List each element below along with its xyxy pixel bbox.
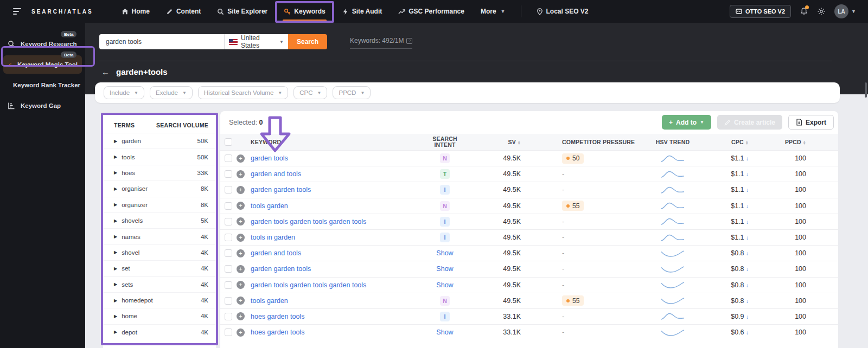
otto-seo-button[interactable]: OTTO SEO V2	[730, 5, 791, 18]
col-sv[interactable]: SV▲▼	[475, 139, 521, 145]
keyword-link[interactable]: garden tools	[251, 154, 288, 162]
add-keyword-icon[interactable]: +	[237, 234, 245, 242]
term-row[interactable]: ▶organizer8K	[103, 197, 216, 212]
expand-caret-icon[interactable]: ▶	[114, 170, 117, 175]
term-row[interactable]: ▶depot4K	[103, 324, 216, 340]
expand-caret-icon[interactable]: ▶	[114, 139, 117, 144]
export-button[interactable]: Export	[788, 115, 834, 130]
add-keyword-icon[interactable]: +	[237, 154, 245, 163]
expand-caret-icon[interactable]: ▶	[114, 314, 117, 319]
term-row[interactable]: ▶set4K	[103, 260, 216, 276]
nav-item-site-audit[interactable]: Site Audit	[335, 0, 389, 23]
expand-caret-icon[interactable]: ▶	[114, 218, 117, 223]
term-row[interactable]: ▶sets4K	[103, 276, 216, 292]
term-row[interactable]: ▶tools50K	[103, 149, 216, 164]
col-keyword[interactable]: KEYWORD	[251, 139, 415, 145]
notifications-button[interactable]	[800, 7, 808, 16]
add-keyword-icon[interactable]: +	[237, 249, 245, 257]
filter-historical-search-volume[interactable]: Historical Search Volume▼	[198, 86, 288, 99]
term-row[interactable]: ▶home4K	[103, 308, 216, 324]
row-checkbox[interactable]	[225, 170, 232, 178]
row-checkbox[interactable]	[225, 281, 232, 289]
nav-item-home[interactable]: Home	[115, 0, 156, 23]
expand-caret-icon[interactable]: ▶	[114, 330, 117, 334]
add-keyword-icon[interactable]: +	[237, 312, 245, 320]
keyword-link[interactable]: garden tools garden tools garden tools	[251, 218, 366, 225]
menu-icon[interactable]	[13, 8, 23, 15]
back-button[interactable]: ←	[101, 67, 110, 76]
search-button[interactable]: Search	[288, 34, 327, 49]
keyword-link[interactable]: garden tools garden tools garden tools	[251, 281, 366, 289]
term-row[interactable]: ▶homedepot4K	[103, 292, 216, 308]
add-keyword-icon[interactable]: +	[237, 297, 245, 305]
add-keyword-icon[interactable]: +	[237, 281, 245, 289]
show-intent-link[interactable]: Show	[436, 328, 453, 336]
col-ppcd[interactable]: PPCD▲▼	[749, 139, 808, 145]
scrollbar-thumb[interactable]	[865, 82, 867, 98]
add-keyword-icon[interactable]: +	[237, 202, 245, 210]
keyword-link[interactable]: garden garden tools	[251, 186, 311, 194]
add-keyword-icon[interactable]: +	[237, 265, 245, 273]
keyword-link[interactable]: tools garden	[251, 202, 288, 210]
row-checkbox[interactable]	[225, 234, 232, 241]
row-checkbox[interactable]	[225, 249, 232, 257]
create-article-button[interactable]: Create article	[717, 115, 782, 130]
filter-include[interactable]: Include▼	[104, 86, 144, 99]
col-search-intent[interactable]: SEARCHINTENT	[415, 136, 475, 148]
nav-item-gsc-performance[interactable]: GSC Performance	[392, 0, 471, 23]
filter-exclude[interactable]: Exclude▼	[150, 86, 193, 99]
add-keyword-icon[interactable]: +	[237, 186, 245, 194]
expand-caret-icon[interactable]: ▶	[114, 154, 117, 159]
col-competitor-pressure[interactable]: COMPETITOR PRESSURE	[521, 139, 646, 145]
expand-caret-icon[interactable]: ▶	[114, 282, 117, 287]
row-checkbox[interactable]	[225, 265, 232, 273]
sidebar-item-keyword-gap[interactable]: Keyword Gap	[3, 96, 82, 115]
expand-caret-icon[interactable]: ▶	[114, 266, 117, 271]
filter-cpc[interactable]: CPC▼	[293, 86, 327, 99]
row-checkbox[interactable]	[225, 313, 232, 320]
keyword-link[interactable]: tools in garden	[251, 234, 295, 241]
row-checkbox[interactable]	[225, 154, 232, 162]
row-checkbox[interactable]	[225, 202, 232, 210]
expand-caret-icon[interactable]: ▶	[114, 234, 117, 239]
keyword-link[interactable]: hoes garden tools	[251, 313, 304, 320]
expand-caret-icon[interactable]: ▶	[114, 250, 117, 255]
term-row[interactable]: ▶shovels5K	[103, 212, 216, 228]
nav-item-more[interactable]: More ▼	[474, 0, 512, 23]
show-intent-link[interactable]: Show	[436, 265, 453, 273]
sort-icon[interactable]: ▲▼	[803, 140, 806, 145]
col-hsv-trend[interactable]: HSV TREND	[646, 139, 700, 145]
keyword-link[interactable]: garden and tools	[251, 249, 301, 257]
add-keyword-icon[interactable]: +	[237, 217, 245, 225]
keyword-link[interactable]: tools garden	[251, 297, 288, 305]
expand-caret-icon[interactable]: ▶	[114, 186, 117, 191]
keyword-search-input[interactable]	[99, 34, 224, 49]
nav-item-keywords[interactable]: Keywords	[277, 0, 331, 23]
term-row[interactable]: ▶hoes33K	[103, 165, 216, 181]
sidebar-item-keyword-rank-tracker[interactable]: Keyword Rank Tracker	[3, 76, 82, 94]
expand-caret-icon[interactable]: ▶	[114, 298, 117, 303]
row-checkbox[interactable]	[225, 218, 232, 225]
filter-ppcd[interactable]: PPCD▼	[333, 86, 371, 99]
expand-caret-icon[interactable]: ▶	[114, 202, 117, 207]
row-checkbox[interactable]	[225, 328, 232, 336]
select-all-checkbox[interactable]	[225, 138, 232, 146]
country-select[interactable]: United States ▼	[224, 34, 288, 49]
row-checkbox[interactable]	[225, 186, 232, 194]
show-intent-link[interactable]: Show	[436, 249, 453, 257]
nav-item-local-seo[interactable]: Local SEO V2	[530, 0, 595, 23]
sidebar-item-keyword-magic-tool[interactable]: Keyword Magic Tool Beta	[3, 55, 82, 74]
add-to-button[interactable]: + Add to ▼	[662, 115, 711, 130]
term-row[interactable]: ▶garden50K	[103, 133, 216, 149]
keyword-link[interactable]: garden and tools	[251, 170, 301, 178]
add-keyword-icon[interactable]: +	[237, 170, 245, 178]
term-row[interactable]: ▶organiser8K	[103, 181, 216, 196]
term-row[interactable]: ▶shovel4K	[103, 244, 216, 260]
info-icon[interactable]: ?	[406, 38, 412, 44]
settings-button[interactable]	[817, 7, 826, 16]
sidebar-item-keyword-research[interactable]: Keyword Research Beta	[3, 35, 82, 53]
col-cpc[interactable]: CPC▲▼	[700, 139, 749, 145]
nav-item-site-explorer[interactable]: Site Explorer	[210, 0, 274, 23]
add-keyword-icon[interactable]: +	[237, 328, 245, 337]
user-menu[interactable]: LA ▼	[834, 4, 856, 18]
